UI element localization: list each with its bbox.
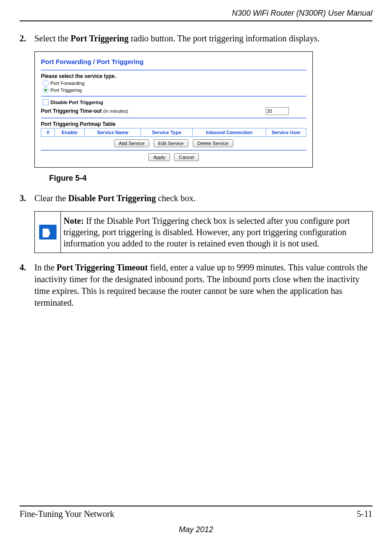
radio-unchecked-icon xyxy=(43,80,49,86)
step-3: 3. Clear the Disable Port Triggering che… xyxy=(20,192,372,204)
footer-date: May 2012 xyxy=(20,525,372,534)
step-3-text-after: check box. xyxy=(156,193,196,203)
footer-rule xyxy=(20,506,372,506)
disable-port-triggering-label: Disable Port Triggering xyxy=(50,100,103,105)
radio-port-triggering[interactable]: Port Triggering xyxy=(43,87,306,93)
col-num: # xyxy=(41,128,55,137)
note-box: Note: If the Disable Port Triggering che… xyxy=(34,211,373,253)
timeout-input[interactable] xyxy=(265,107,289,115)
step-4-text-before: In the xyxy=(34,263,57,272)
add-service-button[interactable]: Add Service xyxy=(114,139,149,147)
step-4-body: In the Port Triggering Timeout field, en… xyxy=(34,262,372,309)
arrow-icon xyxy=(39,225,57,239)
step-2: 2. Select the Port Triggering radio butt… xyxy=(20,33,372,44)
figure-caption: Figure 5-4 xyxy=(49,174,372,183)
col-service-user: Service User xyxy=(266,128,306,137)
apply-cancel-row: Apply Cancel xyxy=(41,153,306,161)
timeout-row: Port Triggering Time-out (in minutes) xyxy=(41,107,306,115)
panel-title: Port Forwarding / Port Triggering xyxy=(41,58,306,65)
header-rule xyxy=(20,20,372,21)
divider xyxy=(41,70,306,71)
select-service-type-label: Please select the service type. xyxy=(41,73,306,79)
divider xyxy=(41,150,306,151)
divider xyxy=(41,96,306,97)
page-footer: Fine-Tuning Your Network 5-11 May 2012 xyxy=(20,506,372,534)
checkbox-icon xyxy=(43,99,49,105)
step-2-body: Select the Port Triggering radio button.… xyxy=(34,33,372,44)
step-3-body: Clear the Disable Port Triggering check … xyxy=(34,192,372,204)
timeout-sub-label: (in minutes) xyxy=(103,108,128,114)
step-4-bold: Port Triggering Timeout xyxy=(57,263,148,272)
step-3-text-before: Clear the xyxy=(34,193,68,203)
cancel-button[interactable]: Cancel xyxy=(174,153,198,161)
note-label: Note: xyxy=(64,216,84,226)
delete-service-button[interactable]: Delete Service xyxy=(193,139,234,147)
step-2-text-after: radio button. The port triggering inform… xyxy=(128,34,319,43)
divider xyxy=(41,118,306,118)
col-service-type: Service Type xyxy=(141,128,193,137)
manual-title: N300 WiFi Router (N300R) User Manual xyxy=(20,9,372,18)
figure-5-4-wrap: Port Forwarding / Port Triggering Please… xyxy=(34,51,372,183)
timeout-label: Port Triggering Time-out xyxy=(41,108,102,114)
portmap-table: # Enable Service Name Service Type Inbou… xyxy=(41,128,306,137)
portmap-title: Port Triggering Portmap Table xyxy=(41,121,306,127)
step-2-number: 2. xyxy=(20,33,34,44)
radio-port-triggering-label: Port Triggering xyxy=(50,88,82,93)
screenshot-panel: Port Forwarding / Port Triggering Please… xyxy=(34,51,313,168)
step-4: 4. In the Port Triggering Timeout field,… xyxy=(20,262,372,309)
col-service-name: Service Name xyxy=(85,128,141,137)
note-icon-cell xyxy=(35,212,61,253)
footer-page-number: 5-11 xyxy=(357,509,372,519)
radio-port-forwarding[interactable]: Port Forwarding xyxy=(43,80,306,86)
col-inbound: Inbound Connection xyxy=(193,128,266,137)
step-2-text-before: Select the xyxy=(34,34,70,43)
step-4-number: 4. xyxy=(20,262,34,309)
step-2-bold: Port Triggering xyxy=(70,34,128,43)
disable-port-triggering-row[interactable]: Disable Port Triggering xyxy=(43,99,306,105)
apply-button[interactable]: Apply xyxy=(148,153,170,161)
service-button-row: Add Service Edit Service Delete Service xyxy=(41,139,306,147)
note-text: Note: If the Disable Port Triggering che… xyxy=(61,212,372,253)
col-enable: Enable xyxy=(55,128,85,137)
step-3-number: 3. xyxy=(20,192,34,204)
edit-service-button[interactable]: Edit Service xyxy=(154,139,189,147)
radio-port-forwarding-label: Port Forwarding xyxy=(50,81,84,86)
footer-section: Fine-Tuning Your Network xyxy=(20,509,114,519)
step-3-bold: Disable Port Triggering xyxy=(68,193,156,203)
note-body: If the Disable Port Triggering check box… xyxy=(64,216,350,248)
radio-checked-icon xyxy=(43,87,49,93)
